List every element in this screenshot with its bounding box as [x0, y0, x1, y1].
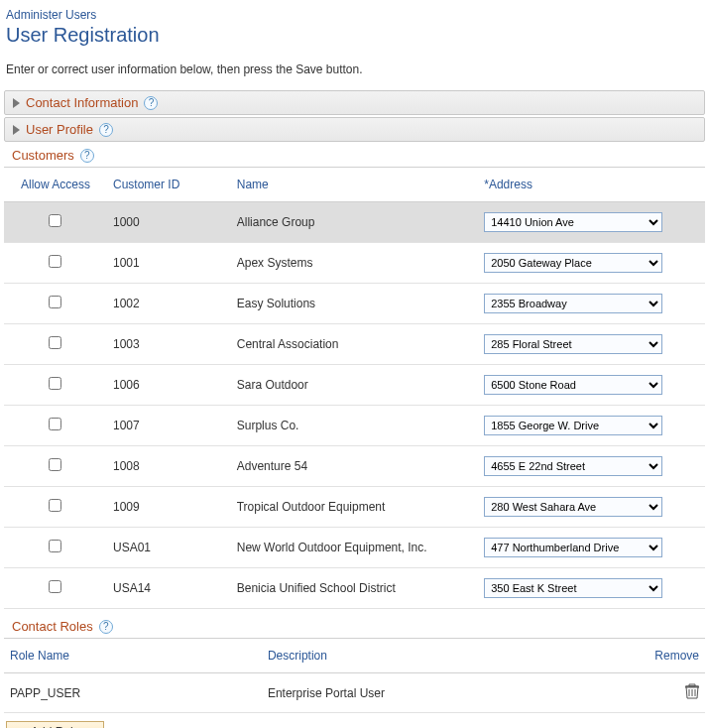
col-header-description[interactable]: Description	[262, 639, 623, 673]
address-select[interactable]: 14410 Union Ave	[484, 212, 662, 232]
address-select[interactable]: 477 Northumberland Drive	[484, 538, 662, 557]
allow-access-checkbox[interactable]	[49, 214, 61, 227]
role-name-cell: PAPP_USER	[4, 673, 262, 713]
allow-access-checkbox[interactable]	[49, 580, 61, 593]
user-profile-panel[interactable]: User Profile ?	[4, 117, 705, 142]
contact-information-label: Contact Information	[26, 95, 138, 110]
customer-id-cell: 1002	[107, 284, 231, 324]
allow-access-checkbox[interactable]	[49, 540, 61, 552]
contact-roles-section-header: Contact Roles ?	[4, 615, 705, 639]
customer-id-cell: USA01	[107, 528, 231, 568]
customer-row: 1007Surplus Co.1855 George W. Drive	[4, 406, 705, 446]
col-header-remove[interactable]: Remove	[623, 639, 705, 673]
customer-name-cell: Easy Solutions	[231, 284, 479, 324]
trash-icon[interactable]	[685, 683, 699, 699]
allow-access-checkbox[interactable]	[49, 296, 61, 308]
address-select[interactable]: 2050 Gateway Place	[484, 253, 662, 273]
breadcrumb[interactable]: Administer Users	[4, 4, 705, 24]
page-title: User Registration	[4, 24, 705, 55]
col-header-customer-id[interactable]: Customer ID	[107, 168, 231, 202]
address-select[interactable]: 1855 George W. Drive	[484, 416, 662, 435]
help-icon[interactable]: ?	[99, 620, 113, 634]
customer-name-cell: Tropical Outdoor Equipment	[231, 487, 479, 528]
help-icon[interactable]: ?	[80, 149, 94, 163]
contact-roles-table: Role Name Description Remove PAPP_USEREn…	[4, 639, 705, 713]
contact-roles-label: Contact Roles	[12, 619, 93, 634]
help-icon[interactable]: ?	[144, 96, 158, 110]
address-select[interactable]: 285 Floral Street	[484, 334, 662, 354]
customer-name-cell: Sara Outdoor	[231, 365, 479, 406]
customer-id-cell: 1007	[107, 406, 231, 446]
customer-id-cell: 1001	[107, 243, 231, 284]
allow-access-checkbox[interactable]	[49, 377, 61, 390]
customer-row: 1009Tropical Outdoor Equipment280 West S…	[4, 487, 705, 528]
customer-name-cell: Adventure 54	[231, 446, 479, 487]
customers-table: Allow Access Customer ID Name *Address 1…	[4, 168, 705, 609]
customer-name-cell: Surplus Co.	[231, 406, 479, 446]
help-icon[interactable]: ?	[99, 123, 113, 137]
allow-access-checkbox[interactable]	[49, 255, 61, 268]
customer-row: 1001Apex Systems2050 Gateway Place	[4, 243, 705, 284]
role-description-cell: Enterprise Portal User	[262, 673, 623, 713]
customer-row: 1002Easy Solutions2355 Broadway	[4, 284, 705, 324]
contact-information-panel[interactable]: Contact Information ?	[4, 90, 705, 115]
customer-id-cell: 1006	[107, 365, 231, 406]
col-header-address[interactable]: *Address	[478, 168, 705, 202]
allow-access-checkbox[interactable]	[49, 336, 61, 349]
customer-row: 1000Alliance Group14410 Union Ave	[4, 202, 705, 243]
address-select[interactable]: 2355 Broadway	[484, 294, 662, 313]
customer-name-cell: Alliance Group	[231, 202, 479, 243]
customer-row: 1003Central Association285 Floral Street	[4, 324, 705, 365]
customer-name-cell: Benicia Unified School District	[231, 568, 479, 609]
address-select[interactable]: 4655 E 22nd Street	[484, 456, 662, 476]
customer-id-cell: USA14	[107, 568, 231, 609]
col-header-name[interactable]: Name	[231, 168, 479, 202]
customers-label: Customers	[12, 148, 74, 163]
instruction-text: Enter or correct user information below,…	[4, 55, 705, 90]
customer-row: USA01New World Outdoor Equipment, Inc.47…	[4, 528, 705, 568]
col-header-allow-access[interactable]: Allow Access	[4, 168, 107, 202]
customer-row: 1006Sara Outdoor6500 Stone Road	[4, 365, 705, 406]
customer-id-cell: 1000	[107, 202, 231, 243]
allow-access-checkbox[interactable]	[49, 499, 61, 512]
customer-name-cell: Central Association	[231, 324, 479, 365]
customer-id-cell: 1008	[107, 446, 231, 487]
address-select[interactable]: 280 West Sahara Ave	[484, 497, 662, 517]
allow-access-checkbox[interactable]	[49, 418, 61, 430]
customer-name-cell: Apex Systems	[231, 243, 479, 284]
allow-access-checkbox[interactable]	[49, 458, 61, 471]
user-profile-label: User Profile	[26, 122, 93, 137]
expand-arrow-icon	[13, 125, 20, 135]
expand-arrow-icon	[13, 98, 20, 108]
customer-row: 1008Adventure 544655 E 22nd Street	[4, 446, 705, 487]
role-row: PAPP_USEREnterprise Portal User	[4, 673, 705, 713]
customer-id-cell: 1009	[107, 487, 231, 528]
customer-row: USA14Benicia Unified School District350 …	[4, 568, 705, 609]
add-role-button[interactable]: Add Role	[6, 721, 104, 728]
customer-name-cell: New World Outdoor Equipment, Inc.	[231, 528, 479, 568]
col-header-role-name[interactable]: Role Name	[4, 639, 262, 673]
customers-section-header: Customers ?	[4, 144, 705, 168]
address-select[interactable]: 350 East K Street	[484, 578, 662, 598]
address-select[interactable]: 6500 Stone Road	[484, 375, 662, 395]
customer-id-cell: 1003	[107, 324, 231, 365]
